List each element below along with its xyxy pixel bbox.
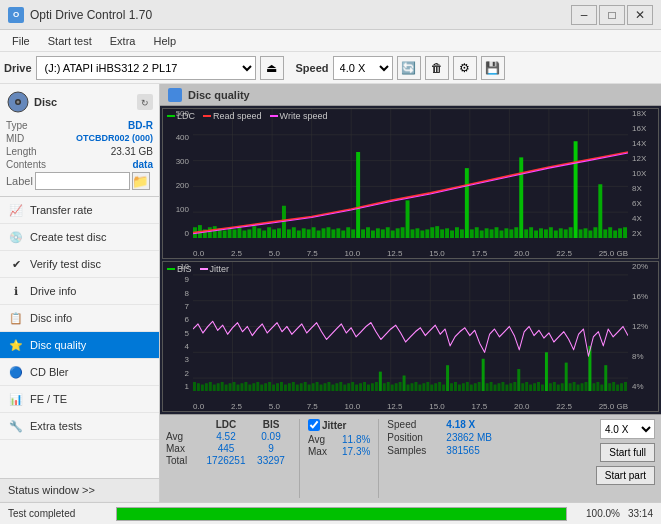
svg-rect-38 (277, 228, 281, 238)
chart2-container: BIS Jitter (162, 261, 659, 412)
svg-rect-82 (495, 227, 499, 238)
svg-rect-153 (308, 385, 311, 391)
bis-max: 9 (251, 443, 291, 454)
refresh-button[interactable]: 🔄 (397, 56, 421, 80)
title-bar: O Opti Drive Control 1.70 – □ ✕ (0, 0, 661, 30)
svg-rect-231 (616, 385, 619, 391)
svg-rect-68 (425, 229, 429, 238)
legend-jitter: Jitter (200, 264, 230, 274)
speed-select-toolbar[interactable]: 4.0 X 1.0 X 2.0 X 8.0 X (333, 56, 393, 80)
jitter-label: Jitter (322, 420, 346, 431)
svg-rect-45 (312, 227, 316, 238)
bis-total: 33297 (251, 455, 291, 466)
chart1-yaxis-left: 500 400 300 200 100 0 (163, 109, 191, 238)
svg-rect-64 (406, 200, 410, 238)
label-browse-button[interactable]: 📁 (132, 172, 150, 190)
svg-rect-206 (517, 369, 520, 391)
menu-help[interactable]: Help (145, 33, 184, 49)
nav-transfer-rate[interactable]: 📈 Transfer rate (0, 197, 159, 224)
svg-rect-189 (450, 383, 453, 391)
svg-rect-42 (297, 230, 301, 238)
svg-rect-151 (300, 383, 303, 391)
svg-rect-79 (480, 230, 484, 238)
svg-rect-134 (233, 382, 236, 391)
menu-extra[interactable]: Extra (102, 33, 144, 49)
svg-rect-221 (577, 385, 580, 391)
nav-items: 📈 Transfer rate 💿 Create test disc ✔ Ver… (0, 197, 159, 478)
svg-rect-225 (592, 383, 595, 391)
settings-button[interactable]: ⚙ (453, 56, 477, 80)
svg-rect-139 (252, 383, 255, 391)
svg-rect-150 (296, 385, 299, 391)
drive-select[interactable]: (J:) ATAPI iHBS312 2 PL17 (36, 56, 256, 80)
svg-rect-61 (391, 230, 395, 238)
erase-button[interactable]: 🗑 (425, 56, 449, 80)
svg-rect-172 (383, 383, 386, 391)
start-full-button[interactable]: Start full (600, 443, 655, 462)
svg-rect-208 (525, 382, 528, 391)
svg-rect-65 (411, 229, 415, 238)
stats-speed-select[interactable]: 4.0 X 1.0 X 2.0 X 8.0 X (600, 419, 655, 439)
disc-label-input[interactable] (35, 172, 130, 190)
close-button[interactable]: ✕ (627, 5, 653, 25)
svg-rect-126 (201, 385, 204, 391)
svg-rect-199 (490, 382, 493, 391)
svg-rect-41 (292, 227, 296, 238)
svg-rect-132 (225, 385, 228, 391)
svg-rect-227 (600, 385, 603, 391)
eject-button[interactable]: ⏏ (260, 56, 284, 80)
toolbar: Drive (J:) ATAPI iHBS312 2 PL17 ⏏ Speed … (0, 52, 661, 84)
nav-drive-info[interactable]: ℹ Drive info (0, 278, 159, 305)
status-window-button[interactable]: Status window >> (0, 478, 159, 502)
nav-fe-te[interactable]: 📊 FE / TE (0, 386, 159, 413)
stats-divider-2 (378, 419, 379, 498)
svg-rect-80 (485, 228, 489, 238)
svg-rect-97 (569, 227, 573, 238)
svg-rect-203 (505, 385, 508, 391)
svg-rect-137 (244, 382, 247, 391)
svg-rect-170 (375, 382, 378, 391)
save-button[interactable]: 💾 (481, 56, 505, 80)
start-part-button[interactable]: Start part (596, 466, 655, 485)
svg-rect-167 (363, 382, 366, 391)
svg-rect-102 (593, 227, 597, 238)
cd-bler-icon: 🔵 (8, 364, 24, 380)
svg-rect-214 (549, 383, 552, 391)
svg-rect-127 (205, 383, 208, 391)
speed-label: Speed (296, 62, 329, 74)
svg-rect-163 (347, 383, 350, 391)
nav-extra-tests[interactable]: 🔧 Extra tests (0, 413, 159, 440)
disc-length-value: 23.31 GB (111, 146, 153, 157)
svg-rect-152 (304, 382, 307, 391)
svg-rect-74 (455, 227, 459, 238)
svg-rect-226 (596, 382, 599, 391)
maximize-button[interactable]: □ (599, 5, 625, 25)
status-window-label: Status window >> (8, 484, 95, 496)
svg-rect-198 (486, 383, 489, 391)
disc-quality-header-icon (168, 88, 182, 102)
svg-rect-195 (474, 383, 477, 391)
menu-file[interactable]: File (4, 33, 38, 49)
nav-disc-info[interactable]: 📋 Disc info (0, 305, 159, 332)
svg-rect-160 (335, 383, 338, 391)
ldc-avg: 4.52 (201, 431, 251, 442)
svg-rect-216 (557, 385, 560, 391)
svg-rect-93 (549, 227, 553, 238)
menu-start-test[interactable]: Start test (40, 33, 100, 49)
legend-jitter-dot (200, 268, 208, 270)
svg-rect-29 (233, 229, 237, 238)
nav-create-test-disc[interactable]: 💿 Create test disc (0, 224, 159, 251)
svg-rect-63 (401, 227, 405, 238)
nav-disc-quality[interactable]: ⭐ Disc quality (0, 332, 159, 359)
svg-rect-196 (478, 382, 481, 391)
nav-cd-bler[interactable]: 🔵 CD Bler (0, 359, 159, 386)
jitter-checkbox[interactable] (308, 419, 320, 431)
svg-rect-95 (559, 228, 563, 238)
legend-read-speed: Read speed (203, 111, 262, 121)
svg-rect-219 (569, 383, 572, 391)
nav-verify-test-disc[interactable]: ✔ Verify test disc (0, 251, 159, 278)
svg-rect-168 (367, 385, 370, 391)
disc-refresh-icon: ↻ (137, 94, 153, 110)
minimize-button[interactable]: – (571, 5, 597, 25)
svg-rect-52 (346, 227, 350, 238)
